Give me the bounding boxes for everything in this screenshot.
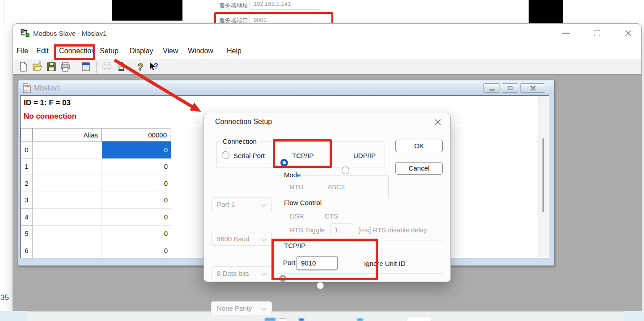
alias-cell[interactable] [33,226,102,243]
child-close-button[interactable] [520,83,545,93]
window-title: Modbus Slave - Mbslav1 [33,30,106,37]
menu-file[interactable]: File [16,46,29,56]
rtu-radio[interactable] [279,275,286,282]
print-icon[interactable] [60,61,71,74]
server-address-label: 服务器地址 [219,2,248,10]
ascii-radio[interactable] [317,282,324,289]
alias-cell[interactable] [33,175,102,192]
taskbar-icon-hint[interactable] [265,318,275,321]
svg-text:?: ? [137,61,143,72]
background-partial-text: 35 [0,293,9,302]
row-header[interactable]: 3 [21,192,33,209]
rts-toggle-label: RTS Toggle [290,226,325,234]
minimize-button[interactable] [562,33,570,34]
menu-view[interactable]: View [162,46,179,56]
column-header-alias[interactable]: Alias [32,128,102,141]
parity-select[interactable]: None Parity [211,301,272,315]
alias-cell[interactable] [33,141,102,158]
display-settings-icon[interactable] [80,61,91,74]
communication-device-icon[interactable] [116,61,127,74]
taskbar-icon-hint[interactable] [357,318,363,321]
menu-edit[interactable]: Edit [35,46,50,56]
svg-text:DOC: DOC [24,85,31,88]
column-header-00000[interactable]: 00000 [101,128,170,141]
taskbar-widget[interactable] [406,317,432,321]
communication-traffic-icon-disabled[interactable] [102,61,112,74]
data-bits-select[interactable]: 8 Data bits [211,266,272,280]
row-header[interactable]: 1 [21,158,33,175]
toolbar-separator [131,62,131,73]
alias-cell[interactable] [33,242,102,258]
status-connection: No connection [24,112,76,121]
tcp-port-input[interactable] [297,256,338,270]
open-file-icon[interactable] [32,61,42,74]
rtu-label: RTU [290,183,304,191]
child-minimize-button[interactable] [483,83,500,93]
dialog-close-icon[interactable] [434,119,441,126]
toolbar-separator [75,62,75,73]
row-header[interactable]: 0 [21,141,33,158]
alias-cell[interactable] [33,192,102,209]
menu-display[interactable]: Display [129,46,154,56]
value-cell[interactable]: 0 [102,192,171,209]
baud-rate-select[interactable]: 9600 Baud [211,232,272,246]
serial-port-radio[interactable] [222,151,229,159]
row-header[interactable]: 2 [21,175,33,192]
context-help-icon[interactable]: ? [148,61,159,74]
dialog-title: Connection Setup [215,118,272,126]
value-cell-selected[interactable]: 0 [102,141,171,158]
app-icon [21,29,30,38]
value-cell[interactable]: 0 [102,175,171,192]
status-id-function: ID = 1: F = 03 [24,98,71,107]
taskbar-icon-hint[interactable] [299,318,304,321]
child-window-title: Mbslav1 [34,84,61,92]
menu-help[interactable]: Help [226,46,242,56]
menu-connection[interactable]: Connection [58,46,96,56]
tcpip-label[interactable]: TCP/IP [292,152,314,159]
tcpip-radio[interactable] [280,159,288,167]
maximize-button[interactable] [594,30,600,36]
child-restore-button[interactable] [502,83,518,93]
ignore-unit-id-label: Ignore Unit ID [364,260,406,267]
menu-setup[interactable]: Setup [99,46,119,56]
save-icon[interactable] [46,61,57,74]
alias-cell[interactable] [33,209,102,226]
tcp-port-label: Port [283,259,296,266]
table-row: 2 0 [21,175,171,192]
ascii-label: ASCII [327,183,345,191]
serial-port-select[interactable]: Port 1 [211,197,272,211]
child-title-bar[interactable] [19,81,554,95]
new-document-icon[interactable] [18,61,29,74]
table-header-row: Alias 00000 [21,128,170,141]
cts-label: CTS [325,212,338,220]
value-cell[interactable]: 0 [102,209,171,226]
background-left-divider [4,0,4,23]
ok-button[interactable]: OK [395,140,443,152]
row-header[interactable]: 5 [21,226,33,243]
mode-group-label: Mode [282,171,303,179]
table-corner-cell[interactable] [21,128,33,141]
dsr-checkbox[interactable] [279,318,286,321]
rts-delay-input[interactable] [330,223,353,236]
value-cell[interactable]: 0 [102,158,171,175]
server-address-input[interactable] [250,0,320,10]
udpip-label[interactable]: UDP/IP [353,152,376,159]
udpip-radio[interactable] [342,167,349,174]
scrollbar-thumb[interactable] [542,138,544,212]
value-cell[interactable]: 0 [102,226,171,243]
table-row: 6 0 [21,242,171,258]
taskbar[interactable] [0,311,644,321]
row-header[interactable]: 4 [21,209,33,226]
table-row: 0 0 [21,141,171,158]
value-cell[interactable]: 0 [102,242,171,258]
connection-setup-dialog: Connection Setup Connection Serial Port … [203,113,451,282]
table-row: 3 0 [21,192,171,209]
close-button[interactable] [625,30,632,37]
alias-cell[interactable] [33,158,102,175]
row-header[interactable]: 6 [21,242,33,258]
help-icon[interactable]: ? [135,61,146,74]
table-row: 1 0 [21,158,171,175]
menu-window[interactable]: Window [187,46,214,56]
cancel-button[interactable]: Cancel [395,162,443,175]
serial-port-label[interactable]: Serial Port [233,152,265,159]
